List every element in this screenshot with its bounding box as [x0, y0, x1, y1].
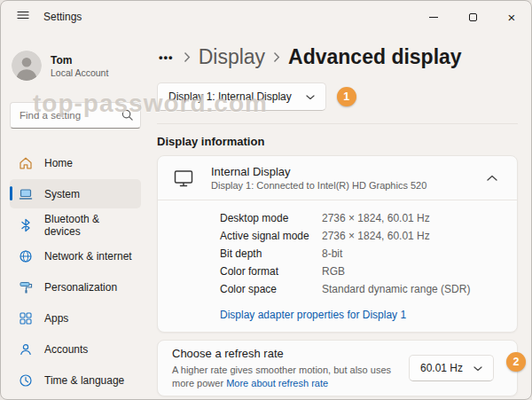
spec-rows: Desktop mode 2736 × 1824, 60.01 Hz Activ… — [158, 200, 517, 303]
step-badge-2: 2 — [506, 352, 526, 372]
title-bar: Settings × — [1, 1, 531, 33]
spec-label: Color format — [220, 265, 322, 278]
sidebar-item-label: Home — [44, 157, 73, 169]
close-icon: × — [508, 11, 516, 24]
close-button[interactable]: × — [492, 1, 531, 33]
section-title: Display information — [157, 135, 518, 148]
page-title: Advanced display — [288, 45, 462, 69]
user-account[interactable]: Tom Local Account — [12, 51, 139, 81]
network-icon — [19, 249, 33, 263]
step-badge-1: 1 — [337, 87, 356, 106]
display-selector-dropdown[interactable]: Display 1: Internal Display — [157, 82, 326, 111]
spec-row: Bit depth 8-bit — [220, 245, 503, 263]
spec-value: 8-bit — [322, 247, 503, 260]
sidebar-item-accounts[interactable]: Accounts — [10, 334, 141, 364]
refresh-rate-card: Choose a refresh rate A higher rate give… — [157, 340, 518, 396]
sidebar-nav: Home System Bluetooth & devices — [10, 148, 141, 395]
spec-label: Bit depth — [220, 247, 322, 260]
sidebar-item-label: Apps — [44, 312, 68, 325]
spec-label: Active signal mode — [220, 230, 322, 242]
hamburger-menu-button[interactable] — [10, 4, 36, 29]
sidebar-item-label: Time & language — [44, 374, 124, 387]
sidebar-item-home[interactable]: Home — [10, 148, 141, 177]
spec-value: 2736 × 1824, 60.01 Hz — [322, 230, 503, 242]
sidebar-item-bluetooth[interactable]: Bluetooth & devices — [10, 210, 141, 239]
settings-window: Settings × Tom Local Account — [0, 0, 532, 400]
sidebar-item-label: Bluetooth & devices — [44, 213, 132, 238]
display-selector-value: Display 1: Internal Display — [168, 90, 292, 103]
chevron-right-icon — [184, 51, 191, 63]
breadcrumb-display[interactable]: Display — [199, 45, 265, 69]
chevron-down-icon — [306, 90, 315, 103]
spec-value: RGB — [322, 265, 503, 278]
sidebar-item-label: System — [44, 188, 80, 200]
sidebar-item-label: Personalization — [44, 281, 117, 294]
user-name: Tom — [51, 54, 108, 67]
apps-icon — [19, 311, 33, 325]
sidebar-item-label: Accounts — [44, 343, 88, 356]
refresh-rate-title: Choose a refresh rate — [172, 346, 398, 362]
refresh-rate-dropdown[interactable]: 60.01 Hz — [409, 355, 494, 381]
device-subtitle: Display 1: Connected to Intel(R) HD Grap… — [211, 180, 426, 191]
search-box — [10, 102, 141, 129]
chevron-right-icon — [273, 51, 280, 63]
spec-value: 2736 × 1824, 60.01 Hz — [322, 212, 503, 224]
sidebar-item-personalization[interactable]: Personalization — [10, 272, 141, 302]
spec-row: Desktop mode 2736 × 1824, 60.01 Hz — [220, 209, 503, 227]
bluetooth-icon — [19, 218, 33, 232]
spec-label: Desktop mode — [220, 212, 322, 224]
spec-row: Color format RGB — [220, 263, 503, 280]
breadcrumb-more-button[interactable]: ••• — [157, 51, 176, 64]
collapse-card-button[interactable] — [481, 169, 503, 186]
chevron-up-icon — [487, 175, 497, 181]
more-about-refresh-rate-link[interactable]: More about refresh rate — [226, 378, 328, 388]
personalization-icon — [19, 280, 33, 294]
refresh-rate-value: 60.01 Hz — [420, 362, 463, 374]
time-icon — [19, 373, 33, 388]
content-divider — [157, 123, 518, 124]
spec-value: Standard dynamic range (SDR) — [322, 283, 503, 295]
sidebar-item-system[interactable]: System — [10, 179, 141, 208]
maximize-icon — [469, 13, 477, 21]
home-icon — [19, 156, 33, 170]
display-information-card: Internal Display Display 1: Connected to… — [157, 155, 518, 333]
spec-label: Color space — [220, 283, 322, 295]
hamburger-icon — [16, 8, 30, 26]
sidebar-item-apps[interactable]: Apps — [10, 303, 141, 333]
sidebar-item-network[interactable]: Network & internet — [10, 241, 141, 271]
user-account-type: Local Account — [51, 67, 108, 78]
sidebar: Tom Local Account Home — [1, 33, 148, 400]
main-content: ••• Display Advanced display Display 1: … — [148, 33, 531, 400]
sidebar-item-label: Network & internet — [44, 250, 132, 263]
avatar — [12, 51, 42, 81]
system-icon — [19, 187, 33, 201]
minimize-icon — [429, 17, 438, 18]
sidebar-item-time-language[interactable]: Time & language — [10, 365, 141, 395]
minimize-button[interactable] — [414, 1, 453, 33]
display-card-header: Internal Display Display 1: Connected to… — [158, 156, 517, 200]
app-title: Settings — [43, 11, 82, 23]
window-controls: × — [414, 1, 531, 33]
display-adapter-properties-link[interactable]: Display adapter properties for Display 1 — [220, 309, 406, 321]
accounts-icon — [19, 342, 33, 357]
refresh-rate-text: Choose a refresh rate A higher rate give… — [172, 346, 398, 390]
device-name: Internal Display — [211, 165, 426, 178]
breadcrumb: ••• Display Advanced display — [157, 42, 518, 72]
display-selector-row: Display 1: Internal Display 1 — [157, 82, 518, 111]
chevron-down-icon — [473, 362, 482, 374]
spec-row: Color space Standard dynamic range (SDR) — [220, 280, 503, 298]
search-icon — [121, 108, 134, 125]
maximize-button[interactable] — [453, 1, 492, 33]
spec-row: Active signal mode 2736 × 1824, 60.01 Hz — [220, 227, 503, 245]
monitor-icon — [172, 168, 195, 189]
refresh-rate-description: A higher rate gives smoother motion, but… — [172, 364, 398, 390]
